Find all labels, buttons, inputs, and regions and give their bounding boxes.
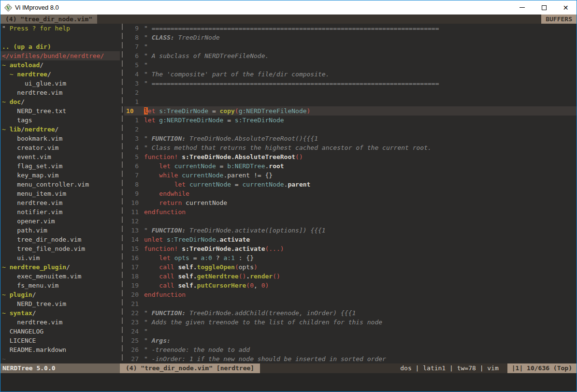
tree-item[interactable]: nerdtree.vim	[0, 318, 120, 327]
tree-item[interactable]: menu_item.vim	[0, 189, 120, 198]
tree-item[interactable]: ~	[0, 354, 120, 363]
code-token: CLASS:	[152, 34, 174, 41]
minimize-button[interactable]	[511, 0, 533, 15]
code-line[interactable]: 17 call self.toggleOpen(opts)	[124, 262, 577, 272]
code-token: toggleOpen	[197, 263, 235, 271]
code-line[interactable]: 3" =====================================…	[124, 79, 577, 88]
code-line[interactable]: 6 let currentNode = b:NERDTree.root	[124, 161, 577, 171]
code-line[interactable]: 20endfunction	[124, 290, 577, 299]
code-line[interactable]: 4" Class method that returns the highest…	[124, 143, 577, 152]
tab-tree-dir-node[interactable]: (4) "tree_dir_node.vim"	[0, 15, 97, 24]
code-line[interactable]: 9 endwhile	[124, 189, 577, 198]
code-token: (...)	[265, 245, 284, 252]
tree-item[interactable]: notifier.vim	[0, 207, 120, 217]
tree-item[interactable]: ~ autoload/	[0, 60, 120, 70]
tree-item[interactable]: menu_controller.vim	[0, 180, 120, 189]
code-line[interactable]: 10 return currentNode	[124, 198, 577, 207]
tree-item[interactable]: nerdtree.vim	[0, 198, 120, 207]
code-token: ui.vim	[2, 254, 40, 261]
code-line[interactable]: 8" CLASS: TreeDirNode	[124, 33, 577, 42]
code-line[interactable]: 12	[124, 217, 577, 226]
code-line-current[interactable]: 10let s:TreeDirNode = copy(g:NERDTreeFil…	[124, 106, 577, 116]
code-token: tree_dir_node.vim	[2, 236, 81, 243]
tree-item[interactable]: ~ lib/nerdtree/	[0, 125, 120, 134]
editor-panel[interactable]: 9" =====================================…	[124, 24, 577, 363]
tree-item[interactable]: </vimfiles/bundle/nerdtree/	[0, 51, 120, 60]
tree-item[interactable]: key_map.vim	[0, 171, 120, 180]
code-line[interactable]: 14unlet s:TreeDirNode.activate	[124, 235, 577, 244]
maximize-button[interactable]	[533, 0, 555, 15]
code-line[interactable]: 5"	[124, 60, 577, 70]
tree-item[interactable]: exec_menuitem.vim	[0, 272, 120, 281]
line-number: 4	[124, 70, 139, 79]
code-line[interactable]: 21	[124, 299, 577, 308]
code-line[interactable]: 16 let opts = a:0 ? a:1 : {}	[124, 253, 577, 262]
tree-item[interactable]: NERD_tree.vim	[0, 299, 120, 308]
code-token: self.	[178, 282, 197, 289]
command-line[interactable]	[0, 373, 577, 392]
tree-item[interactable]: event.vim	[0, 152, 120, 161]
tree-item[interactable]: tree_file_node.vim	[0, 244, 120, 253]
code-line[interactable]: 24"	[124, 327, 577, 336]
tree-item[interactable]: CHANGELOG	[0, 327, 120, 336]
code-line[interactable]: 19 call self.putCursorHere(0, 0)	[124, 281, 577, 290]
code-line[interactable]: 23" Adds the given treenode to the list …	[124, 318, 577, 327]
code-line[interactable]: 8 let currentNode = currentNode.parent	[124, 180, 577, 189]
tree-item[interactable]: ~ nerdtree/	[0, 70, 120, 79]
code-line[interactable]: 2	[124, 125, 577, 134]
tree-item[interactable]: ui.vim	[0, 253, 120, 262]
code-line[interactable]: 13" FUNCTION: TreeDirNode.activate([opti…	[124, 226, 577, 235]
tree-item[interactable]: bookmark.vim	[0, 134, 120, 143]
tree-item[interactable]: README.markdown	[0, 345, 120, 354]
code-line[interactable]: 4" The 'composite' part of the file/dir …	[124, 70, 577, 79]
code-token: creator.vim	[2, 144, 58, 151]
code-line[interactable]: 15function! s:TreeDirNode.activate(...)	[124, 244, 577, 253]
code-token: /	[32, 309, 36, 317]
tree-item[interactable]: ~ doc/	[0, 97, 120, 106]
code-text	[139, 217, 144, 226]
code-line[interactable]: 1let g:NERDTreeDirNode = s:TreeDirNode	[124, 116, 577, 125]
line-number: 5	[124, 60, 139, 70]
statusline-cursor-position: |1| 10/636 (Top)	[507, 363, 577, 373]
code-line[interactable]: 3" FUNCTION: TreeDirNode.AbsoluteTreeRoo…	[124, 134, 577, 143]
code-line[interactable]: 22" FUNCTION: TreeDirNode.addChild(treen…	[124, 308, 577, 318]
code-line[interactable]: 7"	[124, 42, 577, 51]
tree-item[interactable]: path.vim	[0, 226, 120, 235]
code-line[interactable]: 26" -treenode: the node to add	[124, 345, 577, 354]
code-line[interactable]: 9" =====================================…	[124, 24, 577, 33]
tree-item[interactable]: tags	[0, 116, 120, 125]
code-line[interactable]: 1	[124, 97, 577, 106]
code-token	[144, 162, 159, 170]
code-token	[144, 273, 159, 280]
tree-item[interactable]: ~ nerdtree_plugin/	[0, 262, 120, 272]
tree-item[interactable]: nerdtree.vim	[0, 88, 120, 97]
tree-item[interactable]: ~ plugin/	[0, 290, 120, 299]
tree-item[interactable]: .. (up a dir)	[0, 42, 120, 51]
window-separator[interactable]	[120, 24, 124, 363]
tree-item[interactable]: flag_set.vim	[0, 161, 120, 171]
code-text	[139, 88, 144, 97]
code-token: nerdtree	[25, 126, 55, 133]
code-line[interactable]: 18 call self.getNerdtree().render()	[124, 272, 577, 281]
code-line[interactable]: 11endfunction	[124, 207, 577, 217]
code-token: flag_set.vim	[2, 162, 62, 170]
code-line[interactable]: 6" A subclass of NERDTreeFileNode.	[124, 51, 577, 60]
tree-item[interactable]: ui_glue.vim	[0, 79, 120, 88]
close-button[interactable]: ✕	[555, 0, 577, 15]
tree-item[interactable]: LICENCE	[0, 336, 120, 345]
code-line[interactable]: 25" Args:	[124, 336, 577, 345]
code-token: nerdtree	[17, 71, 47, 78]
code-line[interactable]: 5function! s:TreeDirNode.AbsoluteTreeRoo…	[124, 152, 577, 161]
code-line[interactable]: 7 while currentNode.parent != {}	[124, 171, 577, 180]
tree-item[interactable]: fs_menu.vim	[0, 281, 120, 290]
tree-item[interactable]: NERD_tree.txt	[0, 106, 120, 116]
code-line[interactable]: 27" -inOrder: 1 if the new node should b…	[124, 354, 577, 363]
tree-item[interactable]: ~ syntax/	[0, 308, 120, 318]
tree-item[interactable]: creator.vim	[0, 143, 120, 152]
vim-app-icon: V	[4, 4, 12, 12]
tree-item[interactable]: opener.vim	[0, 217, 120, 226]
tree-item[interactable]: " Press ? for help	[0, 24, 120, 33]
tree-item[interactable]: tree_dir_node.vim	[0, 235, 120, 244]
code-line[interactable]: 2	[124, 88, 577, 97]
code-token: while	[159, 172, 178, 179]
